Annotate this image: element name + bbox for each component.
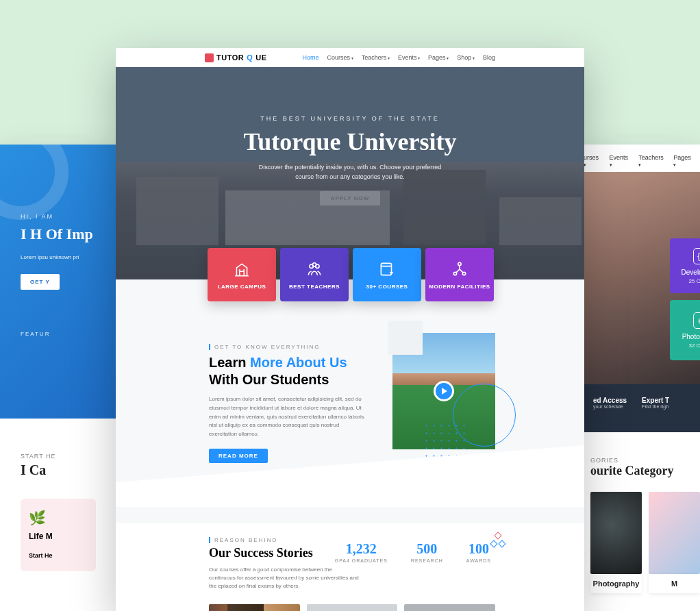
left-start-label: START HE <box>21 453 116 460</box>
apply-now-button[interactable]: APPLY NOW <box>320 191 381 205</box>
decorative-circle <box>0 145 68 220</box>
camera-icon: ◉ <box>693 312 700 329</box>
about-section: GET TO KNOW EVERYTHING Learn More About … <box>116 279 584 463</box>
tile-development[interactable]: { } Development 25 Course <box>670 238 700 293</box>
gallery-teachers[interactable]: Best Teachers <box>404 604 495 611</box>
gallery-img-2 <box>307 604 398 611</box>
tile-photography[interactable]: ◉ Photography 32 Course <box>670 300 700 360</box>
nav-teachers[interactable]: Teachers <box>638 154 665 168</box>
cat-photo-img <box>590 492 642 574</box>
nav-blog[interactable]: Blog <box>483 54 495 61</box>
gallery-row: Faculty & Staff Directory Knowledge Zone… <box>209 604 495 611</box>
stories-section: REASON BEHIND Our Success Stories Our co… <box>116 523 584 611</box>
left-lower: START HE I Ca <box>0 419 116 478</box>
nav-events[interactable]: Events <box>398 54 420 61</box>
main-card: TUTORQUE Home Courses Teachers Events Pa… <box>116 48 584 611</box>
background-card-left: STEFA HI, I AM I H Of Imp Lorem Ipsu unk… <box>0 145 116 611</box>
stat-research: 500 RESEARCH <box>411 541 443 563</box>
nav-pages[interactable]: Pages <box>673 154 693 168</box>
play-button[interactable] <box>434 381 454 401</box>
building-icon <box>233 260 251 278</box>
right-cap: GORIES <box>584 457 700 464</box>
gallery-img-3 <box>404 604 495 611</box>
decorative-diamonds <box>491 533 505 574</box>
stat-graduates: 1,232 GPA4 GRADUATES <box>335 541 388 563</box>
left-h2: I Ca <box>21 462 116 478</box>
about-kicker: GET TO KNOW EVERYTHING <box>209 344 366 350</box>
logo-q: Q <box>247 53 253 62</box>
left-cta-button[interactable]: GET Y <box>21 274 60 290</box>
hero-sub: Discover the potentiality inside you, wi… <box>259 163 442 182</box>
nav-pages[interactable]: Pages <box>428 54 449 61</box>
read-more-button[interactable]: READ MORE <box>209 449 268 463</box>
right-h2: ourite Category <box>584 464 700 478</box>
life-card-link[interactable]: Start He <box>29 552 53 559</box>
people-icon <box>305 260 323 278</box>
right-darkbar: ed Access your schedule Expert T Find th… <box>584 384 700 432</box>
svg-point-3 <box>458 262 461 265</box>
stat-awards: 100 AWARDS <box>466 541 491 563</box>
nav-courses[interactable]: Courses <box>327 54 353 61</box>
logo-tutorque[interactable]: TUTORQUE <box>205 53 267 62</box>
background-card-right: urses Events Teachers Pages { } Developm… <box>584 145 700 611</box>
cat-photography[interactable]: Photography <box>590 492 642 593</box>
about-title: Learn More About UsWith Our Students <box>209 354 366 388</box>
logo-icon <box>205 53 214 62</box>
code-icon: { } <box>693 248 700 264</box>
about-text: GET TO KNOW EVERYTHING Learn More About … <box>209 344 366 463</box>
right-categories: Photography M <box>584 492 700 593</box>
left-headline: I H Of Imp <box>21 225 116 242</box>
left-life-card[interactable]: 🌿 Life M Start He <box>21 499 96 571</box>
nav-courses[interactable]: urses <box>584 154 601 168</box>
nav-home[interactable]: Home <box>302 54 318 61</box>
gallery-faculty[interactable]: Faculty & Staff Directory <box>209 604 300 611</box>
left-featured: FEATUR <box>21 331 116 337</box>
left-lorem: Lorem Ipsu unknown pri <box>21 253 116 262</box>
right-nav: urses Events Teachers Pages <box>584 154 693 168</box>
right-lower: GORIES ourite Category Photography M <box>584 432 700 593</box>
hero-kicker: THE BEST UNIVERSITY OF THE STATE <box>260 115 440 122</box>
left-hero: HI, I AM I H Of Imp Lorem Ipsu unknown p… <box>0 145 116 419</box>
hero-title: Tutorque University <box>243 127 456 156</box>
nav-shop[interactable]: Shop <box>457 54 475 61</box>
darkbar-access: ed Access your schedule <box>593 397 627 420</box>
right-hero-image: { } Development 25 Course ✎ A ◉ Photogra… <box>584 172 700 384</box>
network-icon <box>451 260 468 278</box>
gallery-knowledge[interactable]: Knowledge Zone <box>307 604 398 611</box>
svg-point-2 <box>312 262 316 266</box>
topbar: TUTORQUE Home Courses Teachers Events Pa… <box>116 48 584 67</box>
life-card-title: Life M <box>29 532 88 541</box>
main-nav: Home Courses Teachers Events Pages Shop … <box>302 54 495 61</box>
stories-desc: Our courses offer a good compromise betw… <box>209 566 360 590</box>
stats-row: 1,232 GPA4 GRADUATES 500 RESEARCH 100 AW… <box>335 541 491 563</box>
cat-m-img <box>649 492 700 574</box>
cat-m[interactable]: M <box>649 492 700 593</box>
about-body: Lorem ipsum dolor sit amet, consectetur … <box>209 395 366 439</box>
gallery-img-1 <box>209 604 300 611</box>
nav-events[interactable]: Events <box>610 154 631 168</box>
nav-teachers[interactable]: Teachers <box>362 54 390 61</box>
darkbar-expert: Expert T Find the righ <box>642 397 669 420</box>
book-icon <box>378 260 396 278</box>
plant-icon: 🌿 <box>29 510 88 526</box>
